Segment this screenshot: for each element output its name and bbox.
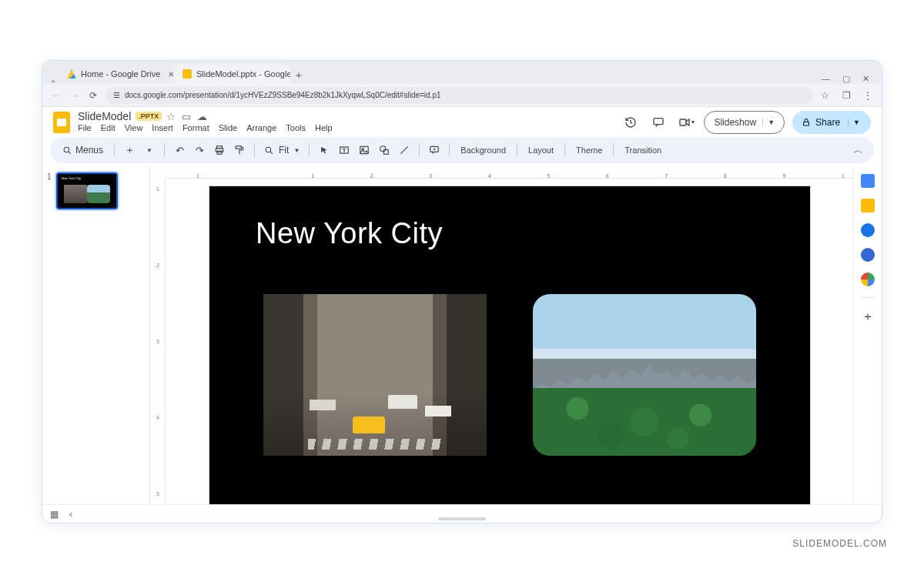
contacts-icon[interactable] <box>861 248 875 262</box>
slide-thumbnail-row[interactable]: 1 New York City <box>47 172 145 209</box>
svg-rect-18 <box>384 149 389 154</box>
get-addons-icon[interactable]: ＋ <box>862 309 874 325</box>
thumb-image-left <box>64 185 87 203</box>
browser-tab-slides[interactable]: SlideModel.pptx - Google Slides ✕ <box>175 64 290 84</box>
browser-window: ⌄ Home - Google Drive ✕ SlideModel.pptx … <box>42 60 882 523</box>
menu-search-label: Menus <box>75 145 103 156</box>
browser-tab-strip: ⌄ Home - Google Drive ✕ SlideModel.pptx … <box>42 61 882 84</box>
menu-help[interactable]: Help <box>315 123 333 132</box>
cloud-status-icon[interactable]: ☁ <box>197 111 207 122</box>
extensions-icon[interactable]: ❐ <box>840 90 852 101</box>
print-button[interactable] <box>211 142 228 159</box>
svg-rect-3 <box>804 122 809 125</box>
svg-rect-0 <box>654 118 663 124</box>
browser-tab-drive[interactable]: Home - Google Drive ✕ <box>59 64 175 84</box>
menu-search[interactable]: Menus <box>58 145 108 156</box>
keep-icon[interactable] <box>861 199 875 212</box>
menu-insert[interactable]: Insert <box>152 123 173 132</box>
document-title[interactable]: SlideModel <box>78 110 131 122</box>
chrome-menu-icon[interactable]: ⋮ <box>862 90 874 101</box>
horizontal-ruler: 11234567891 <box>166 166 852 179</box>
line-button[interactable] <box>396 142 413 159</box>
transition-button[interactable]: Transition <box>620 146 666 155</box>
slide-title-text[interactable]: New York City <box>256 217 443 250</box>
app-header: SlideModel .PPTX ☆ ▭ ☁ File Edit View In… <box>42 107 882 134</box>
tab-title: Home - Google Drive <box>81 69 160 79</box>
grid-view-icon[interactable]: ▦ <box>50 509 59 520</box>
zoom-icon <box>264 146 274 156</box>
forward-icon[interactable]: → <box>69 90 81 101</box>
calendar-icon[interactable] <box>861 174 875 188</box>
share-dropdown-icon[interactable]: ▼ <box>848 119 865 126</box>
browser-toolbar: ← → ⟳ ☰ docs.google.com/presentation/d/1… <box>42 84 882 107</box>
status-bar: ▦ ‹ <box>42 504 882 523</box>
menu-arrange[interactable]: Arrange <box>246 123 276 132</box>
shape-button[interactable] <box>376 142 393 159</box>
site-info-icon[interactable]: ☰ <box>113 91 120 99</box>
slides-favicon-icon <box>182 69 192 79</box>
textbox-button[interactable] <box>336 142 353 159</box>
history-icon[interactable] <box>621 112 641 132</box>
filmstrip[interactable]: 1 New York City <box>42 166 150 504</box>
tasks-icon[interactable] <box>861 223 875 237</box>
theme-button[interactable]: Theme <box>571 146 607 155</box>
redo-button[interactable]: ↷ <box>191 142 208 159</box>
format-badge: .PPTX <box>136 112 162 121</box>
star-icon[interactable]: ☆ <box>166 111 176 122</box>
watermark: SLIDEMODEL.COM <box>792 538 887 549</box>
meet-icon[interactable]: ▾ <box>676 112 696 132</box>
slides-logo-icon[interactable] <box>53 112 70 133</box>
menu-view[interactable]: View <box>125 123 143 132</box>
address-bar[interactable]: ☰ docs.google.com/presentation/d/1ycHVEz… <box>105 87 812 104</box>
zoom-control[interactable]: Fit ▼ <box>261 145 303 156</box>
layout-button[interactable]: Layout <box>524 146 558 155</box>
reload-icon[interactable]: ⟳ <box>87 90 99 101</box>
select-tool-button[interactable] <box>316 142 333 159</box>
menu-edit[interactable]: Edit <box>101 123 116 132</box>
workspace: 1 New York City 11234567891 12345 <box>42 166 882 504</box>
image-button[interactable] <box>356 142 373 159</box>
close-window-icon[interactable]: ✕ <box>862 74 869 84</box>
slideshow-button[interactable]: Slideshow ▼ <box>704 111 785 134</box>
paint-format-button[interactable] <box>231 142 248 159</box>
menu-slide[interactable]: Slide <box>219 123 237 132</box>
thumb-image-right <box>87 185 110 203</box>
prev-slide-icon[interactable]: ‹ <box>69 509 72 520</box>
canvas-area[interactable]: 11234567891 12345 New York City <box>150 166 852 504</box>
url-text: docs.google.com/presentation/d/1ycHVEzZ9… <box>125 91 441 99</box>
slide-image-street[interactable] <box>263 294 487 456</box>
maps-icon[interactable] <box>861 273 875 286</box>
minimize-icon[interactable]: — <box>822 74 830 84</box>
new-tab-button[interactable]: ＋ <box>290 67 307 84</box>
close-icon[interactable]: ✕ <box>168 70 174 79</box>
background-button[interactable]: Background <box>456 146 511 155</box>
speaker-notes-handle[interactable] <box>438 517 486 520</box>
share-button[interactable]: Share ▼ <box>792 111 871 134</box>
menu-tools[interactable]: Tools <box>286 123 306 132</box>
svg-rect-9 <box>236 146 241 149</box>
svg-point-10 <box>266 147 271 152</box>
undo-button[interactable]: ↶ <box>171 142 188 159</box>
tab-dropdown-icon[interactable]: ⌄ <box>47 75 59 84</box>
svg-line-19 <box>401 146 408 153</box>
chevron-down-icon: ▼ <box>293 147 300 154</box>
slide-canvas[interactable]: New York City <box>209 186 810 504</box>
collapse-toolbar-icon[interactable]: ︿ <box>849 142 866 159</box>
new-slide-dropdown-icon[interactable]: ▼ <box>141 142 158 159</box>
new-slide-button[interactable]: ＋ <box>121 142 138 159</box>
bookmark-icon[interactable]: ☆ <box>819 90 831 101</box>
move-icon[interactable]: ▭ <box>182 111 191 122</box>
maximize-icon[interactable]: ▢ <box>842 74 850 84</box>
slide-thumbnail[interactable]: New York City <box>56 172 118 209</box>
slide-image-aerial[interactable] <box>533 294 756 456</box>
slideshow-label: Slideshow <box>714 117 756 128</box>
zoom-value: Fit <box>279 145 289 156</box>
svg-line-11 <box>270 152 273 154</box>
menu-file[interactable]: File <box>78 123 92 132</box>
comment-button[interactable] <box>426 142 443 159</box>
svg-rect-1 <box>680 119 686 125</box>
menu-format[interactable]: Format <box>182 123 209 132</box>
comments-icon[interactable] <box>648 112 668 132</box>
slideshow-dropdown-icon[interactable]: ▼ <box>762 119 779 126</box>
back-icon[interactable]: ← <box>50 90 62 101</box>
